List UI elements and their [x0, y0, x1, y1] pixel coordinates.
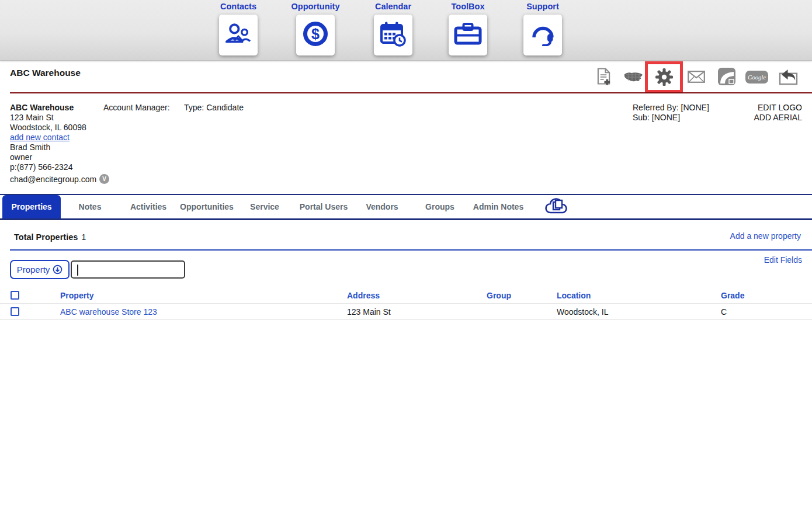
- opportunity-dollar-icon: $: [303, 21, 328, 49]
- referred-by-value: [NONE]: [681, 103, 709, 112]
- email-envelope-icon[interactable]: [687, 70, 705, 84]
- google-icon[interactable]: Google: [745, 70, 768, 84]
- svg-text:Google: Google: [748, 74, 766, 81]
- contact-email-row: chad@encitegroup.comV: [10, 175, 109, 185]
- reply-arrow-icon[interactable]: [778, 68, 798, 85]
- tab-admin-notes[interactable]: Admin Notes: [466, 195, 530, 218]
- edit-logo-link[interactable]: EDIT LOGO: [726, 103, 802, 113]
- sub-value: [NONE]: [652, 113, 680, 122]
- col-header-address[interactable]: Address: [347, 291, 380, 300]
- nav-toolbox[interactable]: ToolBox: [436, 0, 500, 55]
- contacts-icon: [225, 22, 252, 48]
- referred-by: Referred By:[NONE]: [633, 103, 712, 113]
- property-filter-label: Property: [17, 265, 50, 274]
- add-new-contact-link[interactable]: add new contact: [10, 133, 70, 142]
- account-manager-label: Account Manager:: [103, 103, 170, 113]
- nav-calendar-label: Calendar: [361, 0, 425, 11]
- tab-bar: Properties Notes Activities Opportunitie…: [0, 194, 812, 220]
- nav-toolbox-label: ToolBox: [436, 0, 500, 11]
- contact-name: Brad Smith: [10, 142, 50, 152]
- tab-service[interactable]: Service: [233, 195, 297, 218]
- tab-notes[interactable]: Notes: [58, 195, 122, 218]
- section-divider: [10, 249, 812, 251]
- row-property-link[interactable]: ABC warehouse Store 123: [60, 307, 157, 317]
- nav-calendar-card[interactable]: [374, 15, 412, 55]
- add-new-property-link[interactable]: Add a new property: [730, 231, 801, 241]
- total-properties-label: Total Properties: [14, 232, 78, 242]
- type-value: Candidate: [206, 103, 244, 112]
- add-document-icon[interactable]: [595, 67, 612, 86]
- account-type: Type:Candidate: [184, 103, 246, 113]
- tab-activities[interactable]: Activities: [116, 195, 181, 218]
- swoosh-logo-icon[interactable]: [717, 67, 735, 85]
- col-header-location[interactable]: Location: [557, 291, 591, 300]
- top-nav-bar: Contacts Opportunity: [0, 0, 812, 61]
- calendar-clock-icon: [380, 21, 407, 49]
- row-checkbox[interactable]: [11, 307, 19, 316]
- tab-groups[interactable]: Groups: [408, 195, 472, 218]
- nav-opportunity-card[interactable]: $: [296, 15, 335, 55]
- account-city-state-zip: Woodstock, IL 60098: [10, 123, 86, 133]
- referred-by-label: Referred By:: [633, 103, 679, 112]
- circle-down-arrow-icon: [53, 265, 63, 274]
- account-name: ABC Warehouse: [10, 103, 74, 113]
- text-cursor: [77, 265, 78, 276]
- nav-contacts-label: Contacts: [206, 0, 270, 11]
- col-header-property[interactable]: Property: [60, 291, 94, 300]
- total-properties-count: 1: [81, 232, 86, 242]
- tab-properties[interactable]: Properties: [2, 195, 61, 218]
- page-title: ABC Warehouse: [10, 68, 81, 78]
- support-headset-icon: [530, 22, 556, 48]
- total-properties: Total Properties1: [14, 232, 86, 242]
- settings-gear-icon[interactable]: [655, 68, 674, 86]
- nav-support-card[interactable]: [523, 15, 562, 55]
- row-address: 123 Main St: [347, 307, 391, 317]
- property-filter-button[interactable]: Property: [10, 260, 70, 279]
- row-grade: C: [721, 307, 727, 317]
- nav-opportunity-label: Opportunity: [283, 0, 348, 11]
- property-search-input[interactable]: [75, 263, 182, 276]
- col-header-grade[interactable]: Grade: [721, 291, 744, 300]
- add-aerial-link[interactable]: ADD AERIAL: [726, 113, 802, 123]
- type-label: Type:: [184, 103, 204, 112]
- verified-badge[interactable]: V: [99, 174, 109, 184]
- edit-fields-link[interactable]: Edit Fields: [764, 255, 802, 265]
- contact-title: owner: [10, 152, 32, 162]
- tab-portal-users[interactable]: Portal Users: [292, 195, 356, 218]
- nav-opportunity[interactable]: Opportunity $: [283, 0, 348, 55]
- toolbox-briefcase-icon: [454, 22, 482, 48]
- nav-support-label: Support: [511, 0, 575, 11]
- row-divider: [0, 303, 812, 304]
- sub: Sub:[NONE]: [633, 113, 682, 123]
- tab-vendors[interactable]: Vendors: [350, 195, 414, 218]
- nav-support[interactable]: Support: [511, 0, 575, 55]
- tab-opportunities[interactable]: Opportunities: [175, 195, 239, 218]
- row-location: Woodstock, IL: [557, 307, 608, 317]
- svg-text:$: $: [311, 26, 320, 42]
- nav-contacts[interactable]: Contacts: [206, 0, 270, 55]
- app-window: Contacts Opportunity: [0, 0, 812, 511]
- nav-toolbox-card[interactable]: [449, 15, 487, 55]
- us-map-icon[interactable]: [623, 69, 644, 85]
- account-street: 123 Main St: [10, 113, 54, 123]
- contact-email: chad@encitegroup.com: [10, 175, 96, 184]
- print-icon[interactable]: [543, 197, 570, 218]
- settings-highlight-box: [645, 61, 683, 93]
- nav-contacts-card[interactable]: [219, 15, 258, 55]
- sub-label: Sub:: [633, 113, 650, 122]
- property-search-box: [71, 260, 185, 279]
- contact-phone: p:(877) 566-2324: [10, 162, 72, 172]
- col-header-group[interactable]: Group: [487, 291, 511, 300]
- nav-calendar[interactable]: Calendar: [361, 0, 425, 55]
- header-divider: [10, 92, 812, 93]
- select-all-checkbox[interactable]: [11, 291, 19, 300]
- row-divider: [0, 319, 812, 320]
